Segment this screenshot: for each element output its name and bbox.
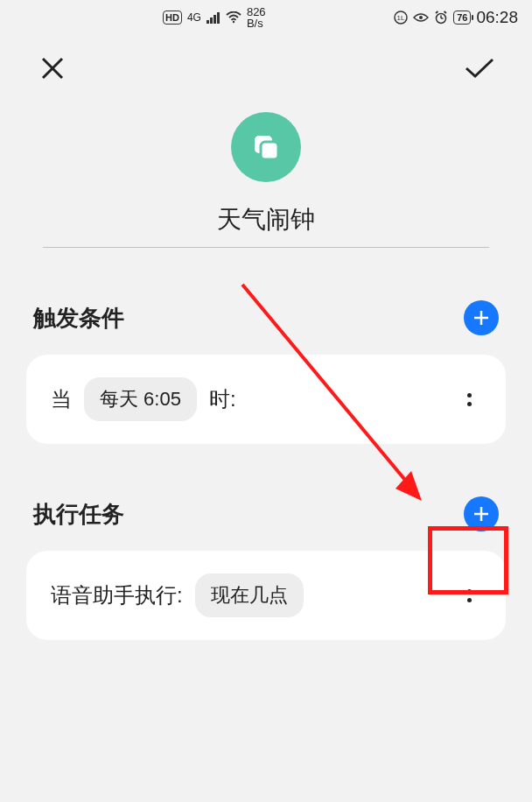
trigger-card[interactable]: 当 每天 6:05 时: <box>26 355 506 444</box>
scene-avatar[interactable] <box>231 112 301 182</box>
battery-indicator: 76 <box>453 11 471 25</box>
trigger-more-button[interactable] <box>457 387 481 412</box>
task-more-button[interactable] <box>457 583 481 608</box>
task-section: 执行任务 语音助手执行: 现在几点 <box>0 496 532 640</box>
copy-icon <box>248 130 284 165</box>
svg-rect-16 <box>261 142 278 159</box>
trigger-section-title: 触发条件 <box>33 303 124 334</box>
signal-icon <box>206 11 220 24</box>
add-trigger-button[interactable] <box>464 300 499 335</box>
svg-rect-1 <box>210 18 213 24</box>
svg-text:1L: 1L <box>397 14 405 22</box>
trigger-time-chip[interactable]: 每天 6:05 <box>84 377 197 421</box>
close-icon <box>39 55 66 81</box>
status-bar: HD 4G 826 B/s 1L 76 06:28 <box>0 0 532 35</box>
check-icon <box>464 56 495 81</box>
data-rate: 826 B/s <box>247 6 266 29</box>
alarm-icon <box>434 11 448 25</box>
svg-line-12 <box>444 11 447 13</box>
task-card[interactable]: 语音助手执行: 现在几点 <box>26 551 506 640</box>
divider <box>43 247 489 248</box>
eye-icon <box>413 11 429 24</box>
plus-icon <box>472 308 491 327</box>
scene-header: 天气闹钟 <box>0 112 532 248</box>
add-task-button[interactable] <box>464 496 499 531</box>
plus-icon <box>472 504 491 524</box>
confirm-button[interactable] <box>462 51 497 86</box>
svg-rect-0 <box>206 20 209 24</box>
task-content-chip[interactable]: 现在几点 <box>195 573 304 617</box>
svg-rect-3 <box>217 12 220 24</box>
task-prefix: 语音助手执行: <box>51 581 183 609</box>
svg-rect-2 <box>214 15 216 24</box>
top-bar <box>0 35 532 86</box>
hd-badge: HD <box>163 11 182 25</box>
network-gen: 4G <box>187 11 201 24</box>
close-button[interactable] <box>35 51 70 86</box>
trigger-suffix: 时: <box>209 385 236 413</box>
trigger-section: 触发条件 当 每天 6:05 时: <box>0 300 532 444</box>
clock-time: 06:28 <box>476 8 518 27</box>
svg-point-7 <box>419 16 423 19</box>
scene-title-input[interactable]: 天气闹钟 <box>43 203 489 247</box>
task-section-title: 执行任务 <box>33 499 124 530</box>
svg-line-11 <box>436 11 438 13</box>
notif-icon-1: 1L <box>394 11 408 25</box>
wifi-icon <box>226 11 242 24</box>
trigger-prefix: 当 <box>51 385 72 413</box>
svg-point-4 <box>233 21 234 23</box>
